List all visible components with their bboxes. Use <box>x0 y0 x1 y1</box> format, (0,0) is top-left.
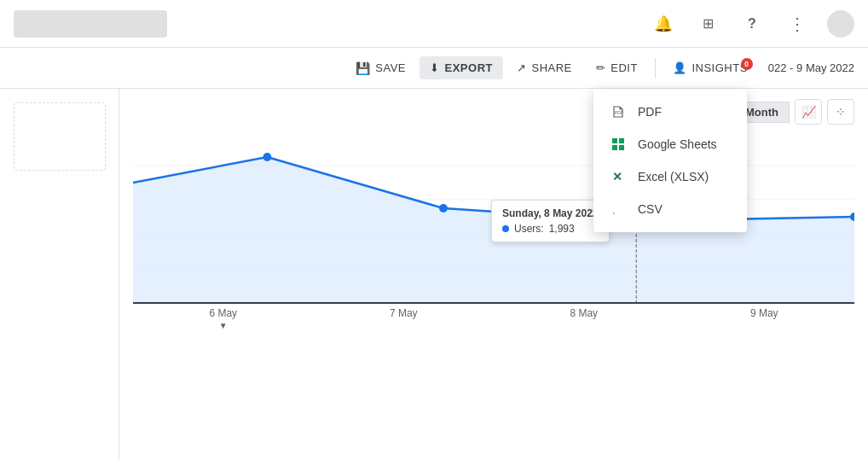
x-label-7may-text: 7 May <box>390 307 418 319</box>
export-pdf-item[interactable]: PDF PDF <box>593 96 747 128</box>
chart-tooltip: Sunday, 8 May 2022 Users: 1,993 <box>491 200 610 242</box>
grid-icon: ⊞ <box>703 15 714 32</box>
x-label-9may-text: 9 May <box>750 307 778 319</box>
sheets-icon <box>610 137 626 152</box>
x-label-8may: 8 May <box>570 307 598 330</box>
line-chart-icon: 📈 <box>801 105 816 119</box>
export-excel-label: Excel (XLSX) <box>638 170 709 183</box>
date-range: 022 - 9 May 2022 <box>768 61 854 74</box>
svg-rect-13 <box>619 145 624 150</box>
share-icon: ↗ <box>517 61 527 74</box>
line-chart-button[interactable]: 📈 <box>795 99 822 125</box>
scatter-chart-icon: ⁘ <box>836 105 846 119</box>
tooltip-users-row: Users: 1,993 <box>502 223 599 235</box>
excel-icon: ✕ <box>610 169 626 184</box>
export-button[interactable]: ⬇ EXPORT <box>420 56 503 79</box>
help-button[interactable]: ? <box>738 10 766 38</box>
save-icon: 💾 <box>356 61 371 75</box>
export-sheets-item[interactable]: Google Sheets <box>593 128 747 160</box>
bell-button[interactable]: 🔔 <box>650 10 677 38</box>
x-label-6may-arrow: ▼ <box>219 321 228 330</box>
bell-icon: 🔔 <box>654 15 673 33</box>
tooltip-title: Sunday, 8 May 2022 <box>502 207 599 219</box>
x-label-8may-text: 8 May <box>570 307 598 319</box>
pdf-icon: PDF <box>610 104 626 119</box>
edit-button[interactable]: ✏ EDIT <box>586 56 648 79</box>
svg-text:,: , <box>613 206 616 215</box>
svg-rect-10 <box>612 138 617 143</box>
tooltip-users-value: 1,993 <box>549 223 575 235</box>
edit-icon: ✏ <box>596 61 606 74</box>
more-button[interactable]: ⋮ <box>783 10 810 38</box>
x-label-6may-text: 6 May <box>209 307 237 319</box>
insights-icon: 👤 <box>673 61 687 74</box>
svg-text:PDF: PDF <box>615 110 623 115</box>
toolbar-divider <box>655 58 656 79</box>
scatter-chart-button[interactable]: ⁘ <box>827 99 854 125</box>
share-button[interactable]: ↗ SHARE <box>506 56 582 79</box>
tooltip-dot <box>502 225 509 232</box>
x-axis: 6 May ▼ 7 May 8 May 9 May <box>133 302 854 334</box>
insights-button[interactable]: 👤 INSIGHTS 0 <box>663 56 758 79</box>
export-csv-item[interactable]: , CSV <box>593 193 747 225</box>
sidebar-item <box>14 102 106 171</box>
svg-rect-12 <box>612 145 617 150</box>
tooltip-users-label: Users: <box>514 223 544 235</box>
x-label-7may: 7 May <box>390 307 418 330</box>
toolbar: 💾 SAVE ⬇ EXPORT ↗ SHARE ✏ EDIT 👤 INSIGHT… <box>0 48 868 89</box>
svg-text:✕: ✕ <box>612 170 622 183</box>
svg-rect-11 <box>619 138 624 143</box>
x-label-6may: 6 May ▼ <box>209 307 237 330</box>
top-bar: 🔔 ⊞ ? ⋮ <box>0 0 868 48</box>
export-dropdown: PDF PDF Google Sheets ✕ Excel (XLSX) , <box>593 89 747 232</box>
sidebar <box>0 89 119 460</box>
help-icon: ? <box>748 16 756 32</box>
top-bar-right: 🔔 ⊞ ? ⋮ <box>650 10 854 38</box>
account-button[interactable] <box>827 10 854 38</box>
more-icon: ⋮ <box>789 14 805 34</box>
export-excel-item[interactable]: ✕ Excel (XLSX) <box>593 160 747 193</box>
export-csv-label: CSV <box>638 202 663 216</box>
save-button[interactable]: 💾 SAVE <box>345 56 416 80</box>
export-icon: ⬇ <box>430 61 440 74</box>
export-pdf-label: PDF <box>638 105 662 119</box>
svg-point-4 <box>263 153 271 161</box>
export-sheets-label: Google Sheets <box>638 137 717 151</box>
insights-badge: 0 <box>741 58 753 70</box>
grid-button[interactable]: ⊞ <box>694 10 721 38</box>
top-bar-left <box>14 10 167 38</box>
x-label-9may: 9 May <box>750 307 778 330</box>
logo <box>14 10 167 38</box>
chart-area: Day Week Month 📈 ⁘ <box>119 89 868 460</box>
csv-icon: , <box>610 201 626 217</box>
svg-point-5 <box>439 204 448 213</box>
